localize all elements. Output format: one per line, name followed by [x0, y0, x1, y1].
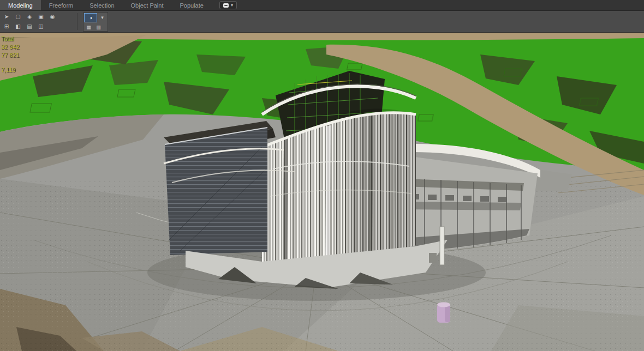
ribbon-state-icon — [223, 3, 229, 8]
tab-freeform[interactable]: Freeform — [41, 0, 82, 10]
viewport-3d-scene — [0, 33, 644, 351]
vertex-mode-button[interactable]: ➤ — [1, 12, 12, 21]
preview-selection-button[interactable]: ⊞ — [1, 22, 12, 31]
polygon-mode-button[interactable]: ▣ — [35, 12, 46, 21]
grow-selection-button[interactable]: ▤ — [24, 22, 35, 31]
toolbar-separator — [77, 13, 77, 30]
ribbon-tab-bar: Modeling Freeform Selection Object Paint… — [0, 0, 644, 11]
stats-total: Total — [1, 35, 20, 43]
edit-poly-panel: ◑ ▾ ▦ ▥ — [83, 12, 108, 32]
border-mode-button[interactable]: ◈ — [24, 12, 35, 21]
edge-mode-button[interactable]: ▢ — [13, 12, 23, 21]
tab-selection[interactable]: Selection — [81, 0, 122, 10]
stats-fps: 7,119 — [1, 66, 20, 74]
tab-populate[interactable]: Populate — [171, 0, 211, 10]
tab-modeling[interactable]: Modeling — [0, 0, 41, 10]
ribbon-options-dropdown[interactable]: ▾ — [219, 1, 237, 9]
panel-expand-button[interactable]: ▾ — [98, 13, 107, 21]
edit-poly-mode-button[interactable]: ◑ — [84, 13, 97, 22]
viewport-3d[interactable]: Total 32 942 77 821 7,119 — [0, 33, 644, 351]
element-mode-button[interactable]: ◉ — [47, 12, 58, 21]
chevron-down-icon: ▾ — [231, 3, 233, 8]
stats-verts: 77 821 — [1, 51, 20, 59]
topology-button[interactable]: ▥ — [94, 23, 103, 31]
ribbon-tool-row: ➤ ▢ ◈ ▣ ◉ ⊞ ◧ ▤ ◫ ◑ ▾ ▦ ▥ — [0, 11, 644, 33]
stats-polys: 32 942 — [1, 43, 20, 51]
polygon-modeling-group: ➤ ▢ ◈ ▣ ◉ ⊞ ◧ ▤ ◫ — [1, 12, 58, 31]
viewport-statistics: Total 32 942 77 821 7,119 — [1, 35, 20, 74]
collapse-stack-button[interactable]: ▦ — [84, 23, 93, 31]
loop-selection-button[interactable]: ◫ — [35, 22, 46, 31]
shrink-selection-button[interactable]: ◧ — [13, 22, 23, 31]
tab-object-paint[interactable]: Object Paint — [123, 0, 172, 10]
pink-cylinder-object[interactable] — [437, 302, 450, 323]
